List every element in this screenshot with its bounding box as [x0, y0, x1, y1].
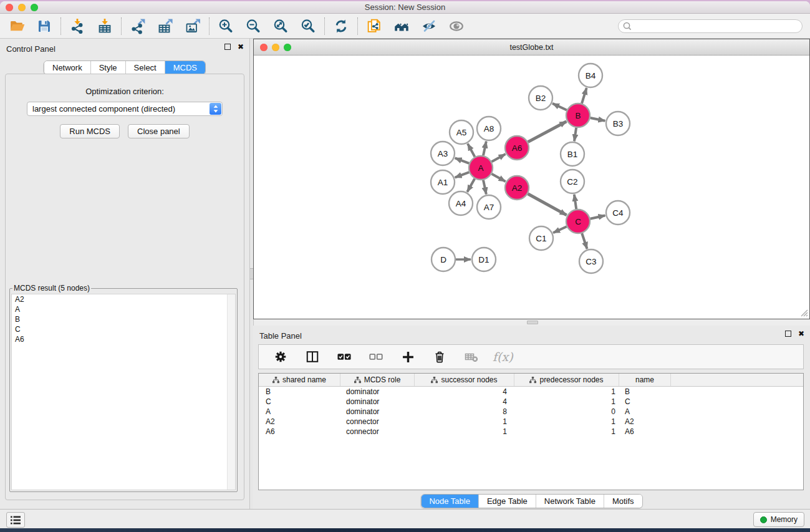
close-window-button[interactable] — [6, 4, 13, 11]
export-image-button[interactable] — [182, 16, 203, 37]
mcds-result-item[interactable]: A6 — [12, 334, 235, 344]
table-row[interactable]: Adominator80A — [259, 407, 803, 417]
table-cell[interactable]: A — [619, 407, 671, 416]
table-row[interactable]: A2connector11A2 — [259, 417, 803, 427]
first-neighbors-button[interactable] — [391, 16, 412, 37]
deselect-all-button[interactable] — [365, 346, 387, 367]
graph-node-B2[interactable]: B2 — [529, 86, 552, 110]
network-close-button[interactable] — [260, 44, 268, 51]
table-cell[interactable]: dominator — [340, 387, 415, 396]
graph-node-C4[interactable]: C4 — [606, 201, 630, 225]
show-all-button[interactable] — [446, 16, 467, 37]
graph-node-B1[interactable]: B1 — [561, 142, 584, 166]
add-entry-button[interactable] — [397, 346, 418, 367]
graph-edge-A-A1[interactable] — [455, 172, 470, 178]
graph-edge-B-B2[interactable] — [552, 104, 567, 110]
graph-edge-B-B3[interactable] — [591, 118, 605, 121]
close-panel-icon[interactable]: ✖ — [798, 331, 804, 337]
graph-edge-A-A6[interactable] — [492, 154, 506, 162]
graph-edge-A-A7[interactable] — [483, 180, 486, 195]
run-mcds-button[interactable]: Run MCDS — [60, 124, 120, 138]
table-cell[interactable]: 1 — [514, 427, 619, 436]
table-cell[interactable]: 1 — [514, 417, 619, 426]
float-panel-icon[interactable] — [224, 44, 231, 50]
graph-edge-A2-C[interactable] — [528, 194, 567, 215]
table-cell[interactable]: 1 — [415, 427, 514, 436]
clone-network-button[interactable] — [364, 16, 385, 37]
table-cell[interactable]: 0 — [514, 407, 619, 416]
table-cell[interactable]: 1 — [415, 417, 514, 426]
table-cell[interactable]: A — [259, 407, 340, 416]
graph-node-C2[interactable]: C2 — [561, 170, 584, 193]
open-session-button[interactable] — [6, 16, 27, 37]
import-network-button[interactable] — [67, 16, 88, 37]
graph-node-B[interactable]: B — [566, 104, 590, 127]
table-cell[interactable]: 1 — [514, 397, 619, 406]
graph-node-A7[interactable]: A7 — [477, 195, 501, 219]
graph-node-A6[interactable]: A6 — [505, 136, 529, 160]
table-row[interactable]: Bdominator41B — [259, 387, 803, 397]
graph-node-A8[interactable]: A8 — [477, 117, 501, 140]
function-builder-button[interactable]: f(x) — [493, 350, 513, 364]
graph-edge-A-A8[interactable] — [483, 142, 486, 156]
graph-node-B4[interactable]: B4 — [579, 64, 602, 87]
scrollbar-track[interactable] — [227, 294, 235, 490]
tab-edge-table[interactable]: Edge Table — [479, 495, 536, 508]
zoom-fit-button[interactable] — [270, 16, 291, 37]
graph-edge-C-C3[interactable] — [582, 233, 587, 249]
graph-node-A4[interactable]: A4 — [449, 191, 473, 215]
float-panel-icon[interactable] — [785, 331, 791, 337]
zoom-out-button[interactable] — [243, 16, 264, 37]
table-cell[interactable]: B — [259, 387, 340, 396]
column-header-mcds-role[interactable]: MCDS role — [340, 374, 415, 386]
graph-node-A1[interactable]: A1 — [431, 170, 455, 194]
graph-node-A[interactable]: A — [469, 156, 493, 180]
memory-button[interactable]: Memory — [753, 512, 804, 527]
graph-edge-A6-B[interactable] — [528, 122, 567, 142]
table-cell[interactable]: 1 — [514, 387, 619, 396]
network-window-titlebar[interactable]: testGlobe.txt — [254, 39, 809, 56]
refresh-layout-button[interactable] — [330, 16, 352, 37]
delete-table-button[interactable] — [461, 346, 482, 367]
mcds-result-item[interactable]: A — [12, 304, 235, 314]
graph-node-C3[interactable]: C3 — [579, 249, 603, 273]
column-header-name[interactable]: name — [619, 374, 671, 386]
graph-edge-C-C4[interactable] — [591, 216, 605, 219]
select-all-button[interactable] — [334, 346, 355, 367]
mcds-result-list[interactable]: A2ABCA6 — [11, 294, 236, 490]
import-table-button[interactable] — [94, 16, 115, 37]
column-header-successor-nodes[interactable]: successor nodes — [415, 374, 514, 386]
zoom-in-button[interactable] — [215, 16, 236, 37]
graph-edge-B-B4[interactable] — [582, 88, 587, 104]
show-columns-button[interactable] — [302, 346, 323, 367]
search-input[interactable] — [618, 19, 803, 33]
table-cell[interactable]: A2 — [259, 417, 340, 426]
table-cell[interactable]: A6 — [619, 427, 671, 436]
graph-node-D1[interactable]: D1 — [472, 248, 496, 271]
table-cell[interactable]: connector — [340, 427, 415, 436]
table-row[interactable]: A6connector11A6 — [259, 427, 803, 437]
graph-node-C[interactable]: C — [566, 210, 590, 233]
resize-grip-icon[interactable] — [799, 308, 808, 317]
export-network-button[interactable] — [127, 16, 148, 37]
column-header-shared-name[interactable]: shared name — [259, 374, 340, 386]
network-canvas[interactable]: B4B2BB3A8A5A6A3B1AA1C2A2A4A7C4CC1C3DD1 — [254, 56, 809, 318]
minimize-window-button[interactable] — [18, 4, 26, 11]
graph-edge-A-A5[interactable] — [468, 143, 475, 157]
table-cell[interactable]: dominator — [340, 407, 415, 416]
close-panel-button[interactable]: Close panel — [128, 124, 190, 138]
graph-node-B3[interactable]: B3 — [606, 112, 630, 135]
table-cell[interactable]: C — [619, 397, 671, 406]
tab-network-table[interactable]: Network Table — [536, 495, 604, 508]
mcds-result-item[interactable]: C — [12, 324, 235, 334]
network-zoom-button[interactable] — [284, 44, 291, 51]
tab-style[interactable]: Style — [91, 61, 126, 74]
graph-node-A3[interactable]: A3 — [431, 142, 455, 165]
graph-edge-C-C1[interactable] — [553, 226, 567, 233]
delete-selected-button[interactable] — [429, 346, 450, 367]
table-cell[interactable]: 4 — [415, 387, 514, 396]
graph-edge-A-A3[interactable] — [455, 158, 470, 163]
graph-edge-B-B1[interactable] — [574, 128, 576, 141]
export-table-button[interactable] — [155, 16, 176, 37]
task-history-button[interactable] — [6, 512, 25, 528]
